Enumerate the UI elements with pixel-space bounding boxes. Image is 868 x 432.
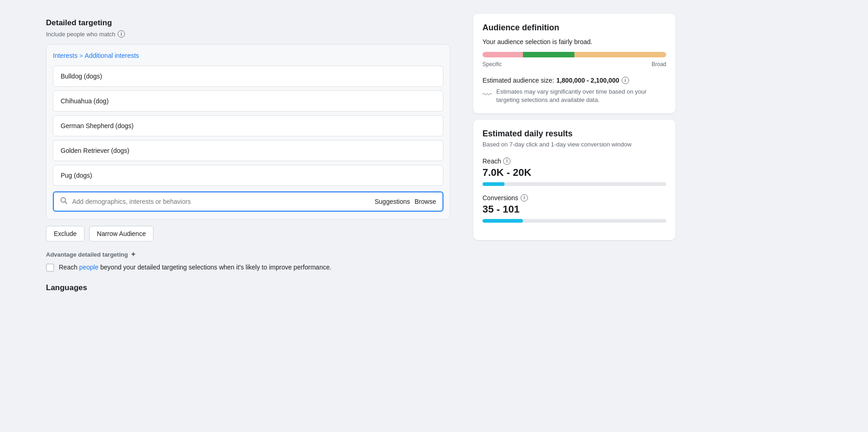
conversions-bar-fill bbox=[482, 219, 523, 223]
audience-definition-card: Audience definition Your audience select… bbox=[473, 14, 675, 113]
audience-size: Estimated audience size: 1,800,000 - 2,1… bbox=[482, 77, 666, 84]
advantage-title: Advantage detailed targeting ✦ bbox=[46, 251, 450, 258]
narrow-audience-button[interactable]: Narrow Audience bbox=[89, 226, 154, 241]
interest-item[interactable]: Chihuahua (dog) bbox=[53, 90, 443, 112]
search-icon bbox=[60, 197, 68, 206]
daily-results-subtitle: Based on 7-day click and 1-day view conv… bbox=[482, 140, 666, 149]
conversions-info-icon[interactable]: i bbox=[521, 194, 528, 202]
suggestions-link[interactable]: Suggestions bbox=[374, 198, 410, 205]
reach-bar bbox=[482, 182, 666, 186]
section-title: Detailed targeting bbox=[46, 18, 450, 28]
broad-label: Broad bbox=[652, 61, 666, 67]
estimate-note: 〰 Estimates may vary significantly over … bbox=[482, 88, 666, 104]
svg-line-1 bbox=[65, 202, 67, 204]
interest-item[interactable]: Bulldog (dogs) bbox=[53, 66, 443, 87]
action-buttons: Exclude Narrow Audience bbox=[46, 226, 450, 241]
interest-item[interactable]: Golden Retriever (dogs) bbox=[53, 140, 443, 161]
specific-label: Specific bbox=[482, 61, 502, 67]
audience-size-info-icon[interactable]: i bbox=[622, 77, 629, 84]
bar-broad-segment bbox=[574, 52, 666, 57]
interest-item[interactable]: Pug (dogs) bbox=[53, 165, 443, 186]
search-links: Suggestions Browse bbox=[374, 198, 436, 205]
audience-definition-title: Audience definition bbox=[482, 23, 666, 33]
search-input[interactable] bbox=[72, 198, 370, 205]
advantage-text: Reach people beyond your detailed target… bbox=[59, 263, 331, 272]
reach-value: 7.0K - 20K bbox=[482, 167, 666, 179]
breadcrumb-separator: > bbox=[79, 52, 83, 59]
advantage-row: Reach people beyond your detailed target… bbox=[46, 263, 450, 272]
targeting-box: Interests > Additional interests Bulldog… bbox=[46, 44, 450, 219]
exclude-button[interactable]: Exclude bbox=[46, 226, 85, 241]
advantage-checkbox[interactable] bbox=[46, 264, 54, 272]
languages-section: Languages bbox=[46, 283, 450, 292]
search-bar: Suggestions Browse bbox=[53, 191, 443, 212]
conversions-label: Conversions i bbox=[482, 194, 666, 202]
bar-labels: Specific Broad bbox=[482, 61, 666, 67]
interest-item[interactable]: German Shepherd (dogs) bbox=[53, 115, 443, 136]
reach-bar-fill bbox=[482, 182, 505, 186]
breadcrumb: Interests > Additional interests bbox=[53, 52, 443, 59]
breadcrumb-interests[interactable]: Interests bbox=[53, 52, 78, 59]
advantage-section: Advantage detailed targeting ✦ Reach peo… bbox=[46, 251, 450, 272]
sparkle-icon: ✦ bbox=[130, 251, 136, 258]
breadcrumb-additional[interactable]: Additional interests bbox=[85, 52, 139, 59]
daily-results-card: Estimated daily results Based on 7-day c… bbox=[473, 120, 675, 240]
include-label: Include people who match i bbox=[46, 30, 450, 38]
audience-size-value: 1,800,000 - 2,100,000 bbox=[556, 77, 619, 84]
audience-bar bbox=[482, 52, 666, 57]
daily-results-title: Estimated daily results bbox=[482, 129, 666, 139]
right-panel: Audience definition Your audience select… bbox=[464, 9, 685, 423]
reach-label: Reach i bbox=[482, 157, 666, 165]
wave-icon: 〰 bbox=[482, 88, 492, 101]
bar-mid-segment bbox=[523, 52, 574, 57]
advantage-people-link[interactable]: people bbox=[79, 264, 98, 271]
browse-link[interactable]: Browse bbox=[414, 198, 436, 205]
reach-info-icon[interactable]: i bbox=[503, 157, 511, 165]
languages-title: Languages bbox=[46, 283, 450, 292]
include-info-icon[interactable]: i bbox=[118, 30, 125, 38]
conversions-bar bbox=[482, 219, 666, 223]
bar-specific-segment bbox=[482, 52, 523, 57]
conversions-value: 35 - 101 bbox=[482, 203, 666, 215]
audience-description: Your audience selection is fairly broad. bbox=[482, 38, 666, 45]
